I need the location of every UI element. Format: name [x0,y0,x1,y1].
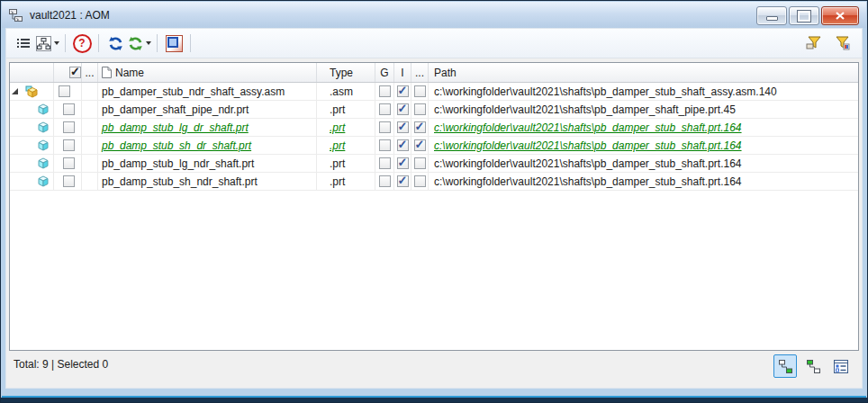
g-checkbox[interactable] [379,85,391,97]
file-name: pb_damp_stub_sh_dr_shaft.prt [102,139,251,152]
file-type: .asm [330,85,353,98]
flat-view-toggle[interactable] [801,354,825,378]
i-checkbox[interactable] [397,175,409,187]
dots2-cell [411,155,429,172]
chevron-down-icon [146,41,151,45]
toolbar-separator [190,34,191,52]
status-total: Total: 9 | Selected 0 [14,358,108,371]
grid-body: pb_damper_stub_ndr_shaft_assy.asm .asm c… [10,83,858,191]
g-checkbox[interactable] [379,157,391,169]
type-cell: .prt [317,173,375,190]
expander-icon[interactable] [12,88,18,94]
table-row[interactable]: pb_damper_stub_ndr_shaft_assy.asm .asm c… [10,83,858,101]
hierarchy-view-toggle[interactable] [773,354,797,378]
refresh-button[interactable] [104,32,126,54]
app-window: vault2021 : AOM [0,0,868,403]
g-checkbox[interactable] [379,103,391,115]
list-view-button[interactable] [13,32,34,54]
dots2-cell [411,101,429,118]
dots1-cell [82,173,98,190]
g-checkbox[interactable] [379,121,391,133]
window-controls [756,6,859,25]
column-header-dots2[interactable]: ... [411,63,429,82]
part-icon [36,121,50,134]
window-content: ? [5,28,863,389]
dots1-cell [82,119,98,136]
column-header-i[interactable]: I [394,63,411,82]
row-checkbox[interactable] [63,157,75,169]
dots1-cell [82,155,98,172]
part-icon [36,157,50,170]
refresh-all-button[interactable] [128,32,151,54]
table-row[interactable]: pb_damp_stub_sh_dr_shaft.prt .prt c:\wor… [10,137,858,155]
details-view-toggle[interactable] [829,354,853,378]
path-cell: c:\workingfolder\vault2021\shafts\pb_dam… [429,83,858,100]
maximize-icon [798,11,810,22]
list-icon [16,36,31,50]
file-grid: ... Name Type G I [9,62,859,351]
close-button[interactable] [821,6,859,25]
path-cell: c:\workingfolder\vault2021\shafts\pb_dam… [429,173,858,190]
column-header-tree[interactable] [10,63,54,82]
table-row[interactable]: pb_damp_stub_lg_ndr_shaft.prt .prt c:\wo… [10,155,858,173]
i-checkbox[interactable] [397,139,409,151]
extra-checkbox[interactable] [414,175,426,187]
i-checkbox[interactable] [397,103,409,115]
i-checkbox[interactable] [397,85,409,97]
dots2-cell [411,137,429,154]
tree-cell [10,119,54,136]
row-checkbox[interactable] [63,139,75,151]
name-cell: pb_damp_stub_lg_dr_shaft.prt [98,119,317,136]
file-path: c:\workingfolder\vault2021\shafts\pb_dam… [434,121,742,134]
row-checkbox[interactable] [63,175,75,187]
column-header-path[interactable]: Path [429,63,858,82]
g-checkbox[interactable] [379,175,391,187]
flat-tree-view-icon [806,359,821,374]
file-name: pb_damp_stub_lg_ndr_shaft.prt [102,157,254,170]
view-mode-buttons [773,354,853,378]
g-cell [375,137,394,154]
column-header-g[interactable]: G [375,63,394,82]
filter-clear-button[interactable] [832,32,854,54]
extra-checkbox[interactable] [414,121,426,133]
assembly-icon [24,85,40,99]
row-checkbox[interactable] [59,85,70,97]
extra-checkbox[interactable] [414,139,426,151]
window-overlay-icon [166,35,183,52]
filter-funnel-icon [806,36,822,50]
column-header-select[interactable] [54,63,82,82]
table-row[interactable]: pb_damper_shaft_pipe_ndr.prt .prt c:\wor… [10,101,858,119]
part-icon [36,139,50,152]
minimize-button[interactable] [756,6,787,25]
i-checkbox[interactable] [397,157,409,169]
g-cell [375,173,394,190]
name-cell: pb_damper_shaft_pipe_ndr.prt [98,101,317,118]
table-row[interactable]: pb_damp_stub_lg_dr_shaft.prt .prt c:\wor… [10,119,858,137]
extra-checkbox[interactable] [414,157,426,169]
row-checkbox[interactable] [63,103,75,115]
extra-checkbox[interactable] [414,103,426,115]
extra-checkbox[interactable] [414,85,426,97]
i-checkbox[interactable] [397,121,409,133]
filter-button[interactable] [803,32,825,54]
open-in-window-button[interactable] [163,32,185,54]
i-cell [394,137,411,154]
row-checkbox[interactable] [63,121,75,133]
help-button[interactable]: ? [71,32,93,54]
column-header-type[interactable]: Type [317,63,375,82]
select-all-checkbox[interactable] [69,67,81,78]
titlebar[interactable]: vault2021 : AOM [2,2,866,28]
file-type: .prt [330,139,345,152]
details-list-icon [833,359,849,374]
hierarchy-view-button[interactable] [36,32,59,54]
path-cell: c:\workingfolder\vault2021\shafts\pb_dam… [429,101,858,118]
column-header-dots1[interactable]: ... [82,63,98,82]
path-cell: c:\workingfolder\vault2021\shafts\pb_dam… [429,137,858,154]
toolbar: ? [6,29,862,58]
column-header-name[interactable]: Name [98,63,317,82]
tree-cell [10,83,54,100]
maximize-button[interactable] [789,6,819,25]
i-cell [394,119,411,136]
table-row[interactable]: pb_damp_stub_sh_ndr_shaft.prt .prt c:\wo… [10,173,858,191]
g-checkbox[interactable] [379,139,391,151]
